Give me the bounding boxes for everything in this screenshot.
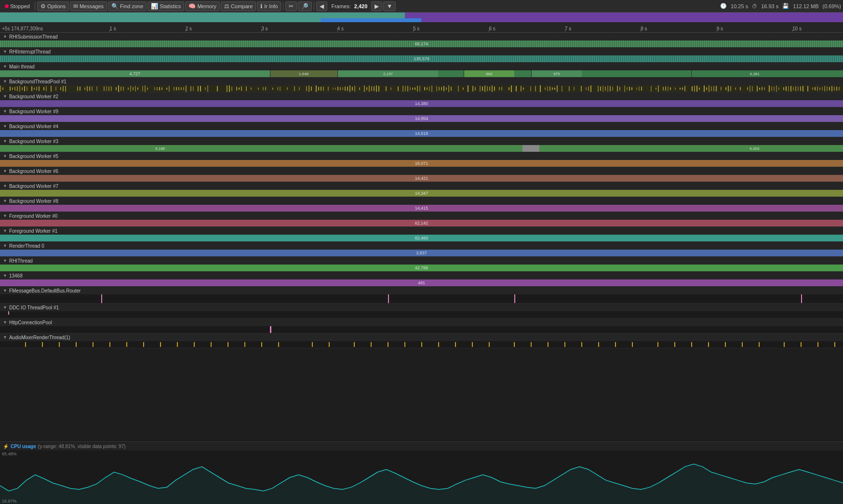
- memory-button[interactable]: 🧠 Memory: [185, 1, 220, 11]
- zoom-search-button[interactable]: 🔎: [298, 1, 312, 11]
- thread-track[interactable]: [0, 311, 843, 318]
- thread-track[interactable]: 135,579: [0, 55, 843, 62]
- thread-header-fg0[interactable]: ▼ Foreground Worker #0: [0, 212, 843, 220]
- track-segment: 975: [531, 70, 582, 77]
- thread-name: Background Worker #6: [9, 169, 58, 174]
- timer-icon: ⏱: [752, 3, 757, 9]
- sparse-bar: [8, 311, 9, 315]
- track-segment: 6,381: [691, 70, 817, 77]
- next-frame-button[interactable]: ▶: [371, 1, 382, 11]
- thread-header-ddc[interactable]: ▼ DDC IO ThreadPool #1: [0, 304, 843, 311]
- messages-button[interactable]: ✉ Messages: [70, 1, 107, 11]
- thread-name: FMessageBus.DefaultBus.Router: [9, 288, 80, 293]
- track-value: 2,157: [383, 72, 393, 76]
- thread-track[interactable]: 14,518: [0, 130, 843, 137]
- compare-button[interactable]: ⚖ Compare: [221, 1, 256, 11]
- thread-header-bg5[interactable]: ▼ Background Worker #5: [0, 152, 843, 160]
- thread-track[interactable]: 14,954: [0, 115, 843, 122]
- sparse-bar: [101, 294, 102, 303]
- dropdown-button[interactable]: ▼: [383, 1, 396, 11]
- thread-name: AudioMixerRenderThread(1): [9, 335, 70, 340]
- thread-header-render[interactable]: ▼ RenderThread 0: [0, 242, 843, 250]
- thread-name: RHIThread: [9, 258, 33, 264]
- thread-header-fmessage[interactable]: ▼ FMessageBus.DefaultBus.Router: [0, 287, 843, 294]
- statistics-button[interactable]: 📊 Statistics: [147, 1, 184, 11]
- stats-display: 🕐 10.25 s ⏱ 16.93 s 💾 112.12 MB (0.69%): [720, 3, 841, 9]
- time-ruler[interactable]: +5s 174,877,309ns 1 s 2 s 3 s 4 s 5 s 6 …: [0, 22, 843, 33]
- prev-frame-button[interactable]: ◀: [316, 1, 327, 11]
- sparse-bar: [514, 294, 515, 303]
- thread-track[interactable]: 14,415: [0, 205, 843, 212]
- thread-header-bg6[interactable]: ▼ Background Worker #6: [0, 167, 843, 175]
- thread-track[interactable]: 42,786: [0, 265, 843, 271]
- chevron-icon: ▼: [3, 320, 7, 325]
- sparse-bar: [270, 326, 271, 333]
- chevron-icon: ▼: [3, 139, 7, 144]
- compare-icon: ⚖: [224, 3, 229, 10]
- options-button[interactable]: ⚙ Options: [37, 1, 69, 11]
- thread-track[interactable]: [0, 294, 843, 303]
- thread-row: ▼ Background Worker #6 14,421: [0, 167, 843, 182]
- chevron-icon: ▼: [3, 124, 7, 129]
- timeline-container: +5s 174,877,309ns 1 s 2 s 3 s 4 s 5 s 6 …: [0, 13, 843, 504]
- chevron-icon: ▼: [3, 213, 7, 218]
- info-button[interactable]: ℹ Ir Info: [257, 1, 281, 11]
- thread-track[interactable]: [0, 341, 843, 348]
- chevron-icon: ▼: [3, 273, 7, 278]
- chevron-down-icon: ▼: [387, 3, 392, 10]
- thread-header-bg7[interactable]: ▼ Background Worker #7: [0, 182, 843, 190]
- scissors-button[interactable]: ✂: [285, 1, 297, 11]
- thread-track[interactable]: [0, 85, 843, 92]
- chevron-icon: ▼: [3, 169, 7, 173]
- thread-header-bg4[interactable]: ▼ Background Worker #4: [0, 122, 843, 130]
- thread-header-bg8[interactable]: ▼ Background Worker #8: [0, 197, 843, 205]
- thread-track[interactable]: 16,071: [0, 160, 843, 167]
- thread-track[interactable]: 14,347: [0, 190, 843, 197]
- thread-row: ▼ Background Worker #8 14,415: [0, 197, 843, 212]
- track-value: 62,142: [415, 221, 428, 225]
- thread-header-bg2[interactable]: ▼ Background Worker #2: [0, 93, 843, 100]
- cpu-canvas-wrap: 65.48% 16.67%: [0, 451, 843, 504]
- thread-header-bg3[interactable]: ▼ Background Worker #3: [0, 137, 843, 145]
- thread-track[interactable]: 66,174: [0, 40, 843, 47]
- thread-header-13468[interactable]: ▼ 13468: [0, 272, 843, 279]
- thread-name: Background Worker #3: [9, 139, 58, 144]
- label-4s: 4 s: [337, 26, 344, 31]
- thread-header-rhi-interrupt[interactable]: ▼ RHIInterruptThread: [0, 48, 843, 55]
- track-segment: 9,403: [691, 145, 817, 152]
- thread-name: Main thread: [9, 64, 35, 69]
- thread-track[interactable]: 14,380: [0, 100, 843, 107]
- thread-header-http[interactable]: ▼ HttpConnectionPool: [0, 318, 843, 326]
- thread-track[interactable]: 3,837: [0, 250, 843, 256]
- overview-bar[interactable]: [0, 13, 843, 22]
- chevron-icon: ▼: [3, 258, 7, 263]
- thread-header-bg-pool[interactable]: ▼ BackgroundThreadPool #1: [0, 78, 843, 85]
- thread-track[interactable]: 14,421: [0, 175, 843, 182]
- thread-header-audio[interactable]: ▼ AudioMixerRenderThread(1): [0, 333, 843, 341]
- find-zone-button[interactable]: 🔍 Find zone: [108, 1, 147, 11]
- thread-row: ▼ RHIThread 42,786: [0, 257, 843, 272]
- chevron-icon: ▼: [3, 79, 7, 84]
- thread-header-rhi-submission[interactable]: ▼ RHISubmissionThread: [0, 33, 843, 40]
- threads-area[interactable]: ▼ RHISubmissionThread 66,174 ▼ RHIInterr…: [0, 33, 843, 441]
- zoom-icon: 🔎: [301, 3, 308, 10]
- thread-header-rhi[interactable]: ▼ RHIThread: [0, 257, 843, 265]
- thread-track[interactable]: 62,460: [0, 235, 843, 241]
- thread-track[interactable]: 9,186 9,403: [0, 145, 843, 152]
- thread-track[interactable]: [0, 326, 843, 333]
- chevron-icon: ▼: [3, 243, 7, 248]
- track-value: 6,381: [750, 72, 760, 76]
- thread-track[interactable]: 4,727 1,648 2,157 682 975 6,381: [0, 70, 843, 77]
- chevron-icon: ▼: [3, 199, 7, 203]
- thread-header-bg9[interactable]: ▼ Background Worker #9: [0, 107, 843, 115]
- thread-header-fg1[interactable]: ▼ Foreground Worker #1: [0, 227, 843, 235]
- thread-name: RenderThread 0: [9, 243, 44, 249]
- track-value: 975: [553, 72, 560, 76]
- label-2s: 2 s: [186, 26, 192, 31]
- thread-row: ▼ RHIInterruptThread 135,579: [0, 48, 843, 63]
- thread-track[interactable]: 62,142: [0, 220, 843, 226]
- track-value: 14,347: [415, 191, 428, 196]
- thread-header-main[interactable]: ▼ Main thread: [0, 63, 843, 70]
- thread-track[interactable]: 481: [0, 279, 843, 286]
- thread-name: BackgroundThreadPool #1: [9, 79, 67, 84]
